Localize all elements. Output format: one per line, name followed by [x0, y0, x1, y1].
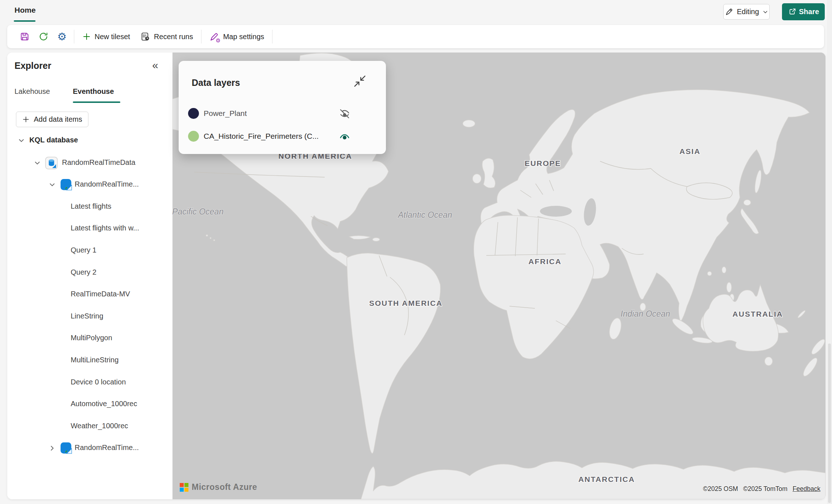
kql-database-icon: [60, 442, 73, 455]
recent-runs-icon: [140, 32, 150, 42]
pencil-icon: [725, 8, 733, 16]
label-asia: ASIA: [679, 147, 700, 155]
azure-watermark-label: Microsoft Azure: [192, 482, 257, 492]
share-icon: [788, 7, 797, 16]
data-layers-title: Data layers: [192, 78, 240, 88]
tree-item-label: RandomRealTimeData: [62, 158, 136, 167]
chevron-down-icon[interactable]: [48, 181, 56, 189]
tab-lakehouse[interactable]: Lakehouse: [14, 87, 50, 96]
toolbar-divider: [272, 30, 273, 43]
tree-item-query-2[interactable]: Query 2: [7, 262, 172, 284]
layer-row-ca-historic-fire-perimeters[interactable]: CA_Historic_Fire_Perimeters (C...: [179, 127, 386, 145]
tree-item-label: Query 2: [71, 268, 96, 276]
new-tileset-button[interactable]: New tileset: [77, 29, 135, 45]
layer-name: Power_Plant: [204, 109, 247, 118]
kql-database-icon: [60, 178, 73, 191]
content-card: Explorer « Lakehouse Eventhouse Add data…: [7, 53, 825, 499]
layer-swatch: [188, 108, 199, 119]
tree-item-label: Latest flights: [71, 202, 111, 211]
tomtom-copyright: ©2025 TomTom: [743, 485, 788, 493]
tree-item-automotive-1000rec[interactable]: Automotive_1000rec: [7, 393, 172, 415]
save-icon: [20, 32, 30, 42]
mini-gear-icon: ⚙: [216, 38, 220, 43]
eye-on-icon[interactable]: [338, 130, 351, 143]
add-data-items-button[interactable]: Add data items: [16, 112, 88, 127]
explorer-title: Explorer: [14, 61, 51, 71]
plus-icon: [82, 32, 91, 41]
share-label: Share: [799, 8, 819, 16]
chevron-down-icon[interactable]: [33, 159, 41, 167]
window-scrollbar[interactable]: [827, 0, 832, 504]
data-layers-panel: Data layers Power_Plant: [179, 61, 386, 154]
tree-item-label: Query 1: [71, 246, 96, 254]
add-data-items-label: Add data items: [34, 115, 82, 124]
tree-item-label: RealTimeData-MV: [71, 290, 130, 298]
tree-item-label: MultiLineString: [71, 356, 118, 364]
tree-item-label: Latest flights with w...: [71, 224, 139, 232]
tree-item-multipolygon[interactable]: MultiPolygon: [7, 328, 172, 349]
map-attribution: ©2025 OSM ©2025 TomTom Feedback: [703, 485, 820, 493]
scrollbar-thumb[interactable]: [828, 343, 831, 503]
toolbar-divider: [201, 30, 201, 43]
explorer-sidebar: Explorer « Lakehouse Eventhouse Add data…: [7, 53, 172, 499]
tab-eventhouse[interactable]: Eventhouse: [73, 87, 114, 96]
chevron-right-icon[interactable]: [48, 444, 56, 452]
tree-item-query-1[interactable]: Query 1: [7, 240, 172, 262]
tree-item-device-0-location[interactable]: Device 0 location: [7, 372, 172, 393]
tree-item-label: LineString: [71, 312, 103, 320]
tab-home[interactable]: Home: [14, 6, 36, 14]
tree-item-randomrealtimedata[interactable]: RandomRealTimeData: [7, 152, 172, 174]
tree-item-latest-flights-with-w[interactable]: Latest flights with w...: [7, 218, 172, 239]
chevron-down-icon[interactable]: [17, 137, 25, 145]
collapse-pane-icon[interactable]: «: [152, 59, 158, 71]
tree-item-label: Device 0 location: [71, 378, 126, 386]
settings-button[interactable]: ⚙: [53, 29, 71, 45]
new-tileset-label: New tileset: [95, 33, 130, 41]
tree-item-randomrealtime-db[interactable]: RandomRealTime...: [7, 174, 172, 196]
tree-item-linestring[interactable]: LineString: [7, 306, 172, 328]
microsoft-logo-icon: [180, 483, 188, 492]
layer-swatch: [188, 131, 199, 142]
label-atlantic-ocean: Atlantic Ocean: [397, 210, 452, 220]
tree-item-kql-database[interactable]: KQL database: [7, 130, 172, 151]
tree-item-label: Automotive_1000rec: [71, 400, 137, 408]
eye-off-icon[interactable]: [338, 107, 351, 120]
save-button[interactable]: [15, 29, 34, 45]
tab-home-underline: [14, 20, 36, 22]
eventhouse-icon: [45, 157, 58, 170]
label-south-america: SOUTH AMERICA: [369, 299, 443, 307]
tree-item-randomrealtime-db-2[interactable]: RandomRealTime...: [7, 437, 172, 459]
map-settings-icon: ⚙: [209, 32, 220, 42]
label-europe: EUROPE: [525, 159, 561, 167]
tree-item-weather-1000rec[interactable]: Weather_1000rec: [7, 416, 172, 437]
layer-row-power-plant[interactable]: Power_Plant: [179, 104, 386, 122]
tab-eventhouse-underline: [73, 101, 120, 103]
feedback-link[interactable]: Feedback: [793, 485, 820, 493]
refresh-button[interactable]: [34, 29, 53, 45]
label-australia: AUSTRALIA: [732, 310, 783, 318]
map-canvas[interactable]: NORTH AMERICA SOUTH AMERICA EUROPE ASIA …: [172, 53, 825, 499]
refresh-icon: [38, 32, 49, 42]
map-settings-label: Map settings: [223, 33, 264, 41]
recent-runs-button[interactable]: Recent runs: [135, 29, 198, 45]
editing-label: Editing: [737, 8, 759, 16]
gear-icon: ⚙: [57, 32, 67, 42]
layer-name: CA_Historic_Fire_Perimeters (C...: [204, 132, 319, 141]
map-settings-button[interactable]: ⚙ Map settings: [204, 29, 269, 45]
label-pacific-ocean: Pacific Ocean: [172, 207, 224, 216]
collapse-panel-icon[interactable]: [353, 74, 367, 88]
tree-item-label: Weather_1000rec: [71, 422, 128, 430]
chevron-down-icon: [762, 9, 768, 15]
tree-item-label: RandomRealTime...: [75, 443, 139, 452]
share-button[interactable]: Share: [782, 3, 825, 20]
top-bar: Home Editing Share: [0, 0, 832, 23]
editing-mode-dropdown[interactable]: Editing: [723, 4, 770, 20]
tree-item-label: RandomRealTime...: [75, 180, 139, 188]
azure-watermark: Microsoft Azure: [180, 482, 257, 492]
tree-item-realtimedata-mv[interactable]: RealTimeData-MV: [7, 284, 172, 305]
tree-item-latest-flights[interactable]: Latest flights: [7, 196, 172, 218]
tree-item-label: KQL database: [29, 136, 78, 144]
label-indian-ocean: Indian Ocean: [621, 309, 670, 318]
tree-item-multilinestring[interactable]: MultiLineString: [7, 350, 172, 371]
plus-icon: [22, 116, 30, 123]
